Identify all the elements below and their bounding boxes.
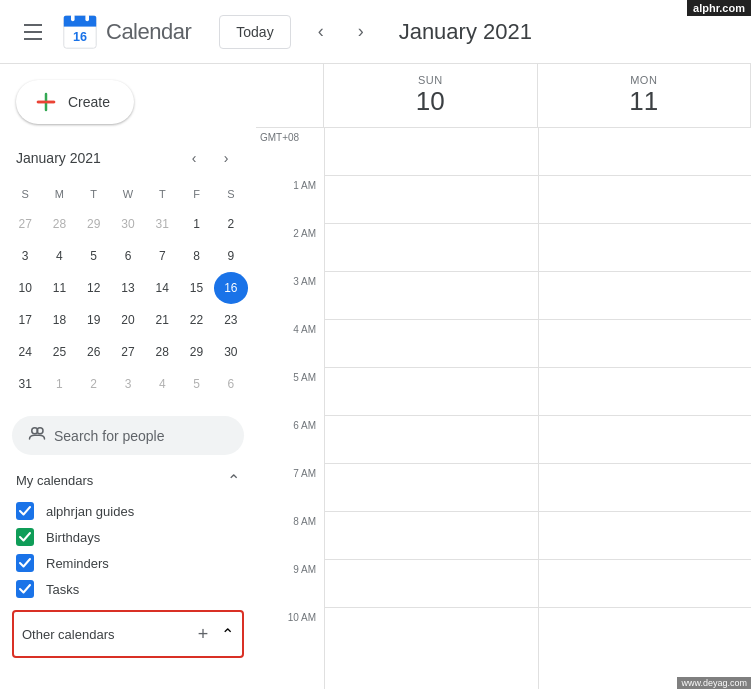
mini-cal-day[interactable]: 16 — [214, 272, 248, 304]
menu-button[interactable] — [16, 16, 50, 48]
day-header-mon: MON 11 — [538, 64, 752, 127]
time-slot[interactable] — [325, 320, 538, 368]
mini-cal-day[interactable]: 2 — [214, 208, 248, 240]
mini-cal-grid: SMTWTFS 27282930311234567891011121314151… — [8, 180, 248, 400]
time-slot[interactable] — [539, 560, 752, 608]
mini-cal-day[interactable]: 2 — [77, 368, 111, 400]
mini-cal-day[interactable]: 29 — [179, 336, 213, 368]
time-slot[interactable] — [539, 128, 752, 176]
mini-cal-day[interactable]: 26 — [77, 336, 111, 368]
mini-cal-day[interactable]: 30 — [111, 208, 145, 240]
time-label: 5 AM — [256, 368, 324, 416]
mini-cal-title: January 2021 — [16, 150, 101, 166]
time-slot[interactable] — [539, 320, 752, 368]
time-label: 9 AM — [256, 560, 324, 608]
next-button[interactable]: › — [343, 14, 379, 50]
mini-cal-day[interactable]: 8 — [179, 240, 213, 272]
mini-cal-day[interactable]: 10 — [8, 272, 42, 304]
create-label: Create — [68, 94, 110, 110]
time-slot[interactable] — [539, 272, 752, 320]
mini-cal-day[interactable]: 1 — [179, 208, 213, 240]
my-calendars-section: My calendars ⌃ alphrjan guidesBirthdaysR… — [0, 463, 256, 602]
mini-cal-day[interactable]: 5 — [179, 368, 213, 400]
mini-cal-day[interactable]: 31 — [145, 208, 179, 240]
calendar-item-label: Birthdays — [46, 530, 100, 545]
day-header-sun: SUN 10 — [324, 64, 538, 127]
mini-cal-day[interactable]: 6 — [214, 368, 248, 400]
time-slot[interactable] — [325, 272, 538, 320]
create-button[interactable]: Create — [16, 80, 134, 124]
other-cal-add-button[interactable]: + — [189, 620, 217, 648]
time-gutter-header — [256, 64, 324, 127]
mini-cal-day[interactable]: 19 — [77, 304, 111, 336]
calendar-logo-icon: 16 — [62, 14, 98, 50]
calendar-item-label: alphrjan guides — [46, 504, 134, 519]
time-slot[interactable] — [325, 560, 538, 608]
mini-cal-day[interactable]: 7 — [145, 240, 179, 272]
time-slot[interactable] — [325, 176, 538, 224]
weekday-header: S — [214, 180, 248, 208]
mini-cal-day[interactable]: 3 — [111, 368, 145, 400]
time-slot[interactable] — [539, 464, 752, 512]
mini-cal-day[interactable]: 25 — [42, 336, 76, 368]
time-slot[interactable] — [325, 224, 538, 272]
other-calendars-header[interactable]: Other calendars + ⌃ — [18, 612, 238, 656]
mini-cal-day[interactable]: 14 — [145, 272, 179, 304]
search-people[interactable]: Search for people — [12, 416, 244, 455]
time-slot[interactable] — [539, 176, 752, 224]
time-label: 4 AM — [256, 320, 324, 368]
mini-cal-day[interactable]: 29 — [77, 208, 111, 240]
my-calendars-items: alphrjan guidesBirthdaysRemindersTasks — [12, 498, 244, 602]
mini-cal-day[interactable]: 9 — [214, 240, 248, 272]
mini-calendar: January 2021 ‹ › SMTWTFS 272829303112345… — [0, 140, 256, 408]
main-layout: Create January 2021 ‹ › SMTWTFS 27282930… — [0, 64, 751, 689]
time-slot[interactable] — [325, 128, 538, 176]
mini-cal-day[interactable]: 15 — [179, 272, 213, 304]
mini-cal-day[interactable]: 31 — [8, 368, 42, 400]
time-slot[interactable] — [325, 368, 538, 416]
mini-cal-day[interactable]: 17 — [8, 304, 42, 336]
mini-cal-day[interactable]: 4 — [145, 368, 179, 400]
time-label: 10 AM — [256, 608, 324, 656]
my-calendars-header[interactable]: My calendars ⌃ — [12, 463, 244, 498]
mini-cal-day[interactable]: 23 — [214, 304, 248, 336]
my-calendar-item[interactable]: alphrjan guides — [12, 498, 244, 524]
mini-cal-day[interactable]: 1 — [42, 368, 76, 400]
mini-cal-day[interactable]: 24 — [8, 336, 42, 368]
mini-cal-day[interactable]: 21 — [145, 304, 179, 336]
mini-cal-day[interactable]: 22 — [179, 304, 213, 336]
mini-cal-day[interactable]: 20 — [111, 304, 145, 336]
time-slot[interactable] — [325, 464, 538, 512]
mini-cal-next[interactable]: › — [212, 144, 240, 172]
mini-cal-day[interactable]: 27 — [8, 208, 42, 240]
time-slot[interactable] — [539, 416, 752, 464]
mini-cal-day[interactable]: 11 — [42, 272, 76, 304]
mini-cal-day[interactable]: 5 — [77, 240, 111, 272]
my-calendar-item[interactable]: Tasks — [12, 576, 244, 602]
time-slot[interactable] — [539, 224, 752, 272]
time-slot[interactable] — [539, 512, 752, 560]
time-slot[interactable] — [325, 512, 538, 560]
mini-cal-day[interactable]: 28 — [145, 336, 179, 368]
mini-cal-day[interactable]: 12 — [77, 272, 111, 304]
time-slot[interactable] — [539, 368, 752, 416]
mini-cal-day[interactable]: 27 — [111, 336, 145, 368]
mini-cal-day[interactable]: 30 — [214, 336, 248, 368]
my-calendar-item[interactable]: Reminders — [12, 550, 244, 576]
prev-button[interactable]: ‹ — [303, 14, 339, 50]
mini-cal-day[interactable]: 18 — [42, 304, 76, 336]
time-label: 1 AM — [256, 176, 324, 224]
mini-cal-day[interactable]: 28 — [42, 208, 76, 240]
weekday-header: W — [111, 180, 145, 208]
today-button[interactable]: Today — [219, 15, 290, 49]
svg-rect-6 — [85, 14, 89, 21]
mini-cal-day[interactable]: 6 — [111, 240, 145, 272]
time-label: 2 AM — [256, 224, 324, 272]
day-column-sun — [324, 128, 538, 689]
mini-cal-prev[interactable]: ‹ — [180, 144, 208, 172]
mini-cal-day[interactable]: 4 — [42, 240, 76, 272]
mini-cal-day[interactable]: 13 — [111, 272, 145, 304]
mini-cal-day[interactable]: 3 — [8, 240, 42, 272]
time-slot[interactable] — [325, 416, 538, 464]
my-calendar-item[interactable]: Birthdays — [12, 524, 244, 550]
